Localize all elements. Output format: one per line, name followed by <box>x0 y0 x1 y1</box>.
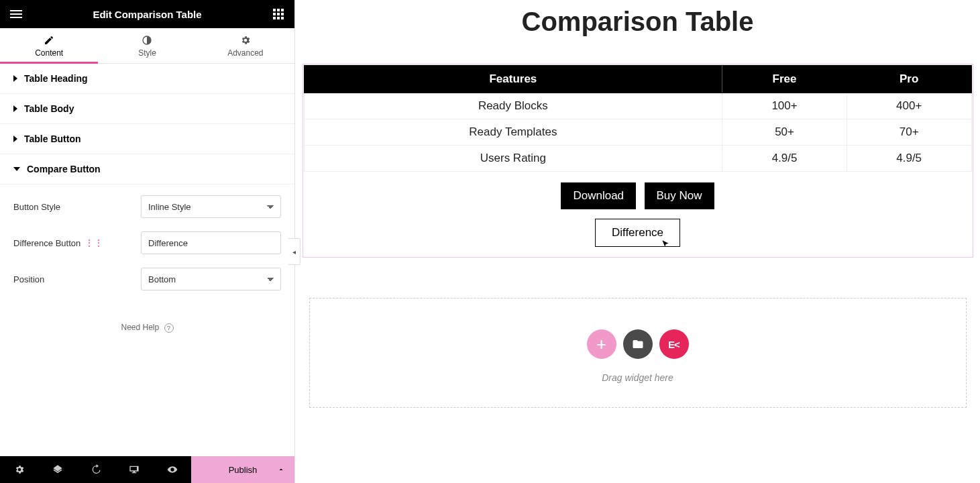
editor-tabs: Content Style Advanced <box>0 28 294 64</box>
buy-now-button[interactable]: Buy Now <box>645 182 714 209</box>
tab-label: Content <box>35 48 63 58</box>
pencil-icon <box>44 35 54 46</box>
button-style-select[interactable]: Inline Style <box>141 195 281 218</box>
table-row: Users Rating 4.9/5 4.9/5 <box>304 146 971 172</box>
comparison-table: Features Free Pro Ready Blocks 100+ 400+… <box>304 65 972 172</box>
publish-button[interactable]: Publish <box>191 456 294 483</box>
table-row: Ready Templates 50+ 70+ <box>304 119 971 146</box>
eye-icon <box>166 464 178 475</box>
table-cell: 4.9/5 <box>722 146 847 172</box>
devices-icon <box>128 464 140 475</box>
menu-button[interactable] <box>8 6 24 22</box>
section-compare-button[interactable]: Compare Button <box>0 154 294 184</box>
editor-sidebar: Edit Comparison Table Content Style Adva… <box>0 0 295 483</box>
drop-zone[interactable]: + E< Drag widget here <box>309 298 967 408</box>
table-row: Ready Blocks 100+ 400+ <box>304 93 971 119</box>
chevron-right-icon <box>13 136 17 142</box>
need-help-link[interactable]: Need Help ? <box>0 311 294 345</box>
settings-button[interactable] <box>0 456 38 483</box>
dropzone-buttons: + E< <box>310 329 966 359</box>
folder-icon <box>632 338 644 350</box>
plus-icon: + <box>596 334 606 355</box>
layers-icon <box>52 464 63 475</box>
difference-button-input[interactable] <box>141 231 281 254</box>
field-label: Button Style <box>13 202 141 212</box>
table-cell: Users Rating <box>304 146 722 172</box>
sidebar-header: Edit Comparison Table <box>0 0 294 28</box>
tab-label: Style <box>138 48 156 58</box>
navigator-button[interactable] <box>38 456 76 483</box>
chevron-right-icon <box>13 105 17 112</box>
table-cell: 70+ <box>847 119 971 146</box>
add-section-button[interactable]: + <box>587 329 616 359</box>
elementskit-button[interactable]: E< <box>659 329 689 359</box>
table-header-cell: Pro <box>847 66 971 93</box>
widgets-button[interactable] <box>270 6 286 22</box>
collapse-sidebar-button[interactable]: ◂ <box>288 238 301 265</box>
difference-row: Difference <box>304 216 972 256</box>
table-cell: 50+ <box>722 119 847 146</box>
section-label: Compare Button <box>27 164 101 174</box>
comparison-table-widget[interactable]: Features Free Pro Ready Blocks 100+ 400+… <box>303 64 973 258</box>
table-header-cell: Free <box>722 66 847 93</box>
section-table-body[interactable]: Table Body <box>0 94 294 124</box>
section-label: Table Body <box>24 103 74 114</box>
sidebar-footer: Publish <box>0 456 294 483</box>
hamburger-icon <box>10 13 22 15</box>
history-button[interactable] <box>76 456 115 483</box>
tab-content[interactable]: Content <box>0 28 98 63</box>
tab-label: Advanced <box>227 48 263 58</box>
table-cell: 100+ <box>722 93 847 119</box>
table-cell: Ready Blocks <box>304 93 722 119</box>
dropzone-hint: Drag widget here <box>310 372 966 383</box>
template-library-button[interactable] <box>623 329 653 359</box>
editor-canvas: Comparison Table Features Free Pro Ready… <box>295 0 980 483</box>
table-cell: Ready Templates <box>304 119 722 146</box>
dynamic-icon[interactable]: ⋮⋮ <box>85 237 103 248</box>
panel-body: Table Heading Table Body Table Button Co… <box>0 64 294 456</box>
field-position: Position Bottom <box>13 261 281 297</box>
table-cell: 4.9/5 <box>847 146 971 172</box>
section-label: Table Button <box>24 133 81 144</box>
table-button-row: Download Buy Now <box>304 172 972 216</box>
position-select[interactable]: Bottom <box>141 268 281 290</box>
history-icon <box>91 464 101 475</box>
chevron-left-icon: ◂ <box>292 248 296 256</box>
ek-logo-icon: E< <box>668 339 679 350</box>
table-header-cell: Features <box>304 66 722 93</box>
page-title: Comparison Table <box>302 7 973 37</box>
contrast-icon <box>142 35 152 46</box>
gear-icon <box>14 464 25 475</box>
field-difference-button: Difference Button ⋮⋮ <box>13 225 281 261</box>
chevron-right-icon <box>13 75 17 82</box>
sidebar-title: Edit Comparison Table <box>93 9 201 20</box>
gear-icon <box>240 35 251 46</box>
field-label: Position <box>13 274 141 284</box>
table-cell: 400+ <box>847 93 971 119</box>
chevron-down-icon <box>13 167 20 171</box>
compare-button-content: Button Style Inline Style Difference But… <box>0 184 294 311</box>
section-label: Table Heading <box>24 73 88 84</box>
tab-advanced[interactable]: Advanced <box>197 28 294 63</box>
apps-grid-icon <box>273 9 284 19</box>
section-table-heading[interactable]: Table Heading <box>0 64 294 94</box>
tab-style[interactable]: Style <box>98 28 196 63</box>
difference-button[interactable]: Difference <box>595 219 680 247</box>
cursor-icon <box>661 239 670 249</box>
download-button[interactable]: Download <box>561 182 636 209</box>
field-button-style: Button Style Inline Style <box>13 189 281 225</box>
preview-button[interactable] <box>153 456 191 483</box>
responsive-button[interactable] <box>115 456 153 483</box>
field-label: Difference Button <box>13 238 80 248</box>
section-table-button[interactable]: Table Button <box>0 124 294 154</box>
chevron-up-icon[interactable] <box>277 466 285 474</box>
help-icon: ? <box>164 323 174 333</box>
table-header-row: Features Free Pro <box>304 66 971 93</box>
